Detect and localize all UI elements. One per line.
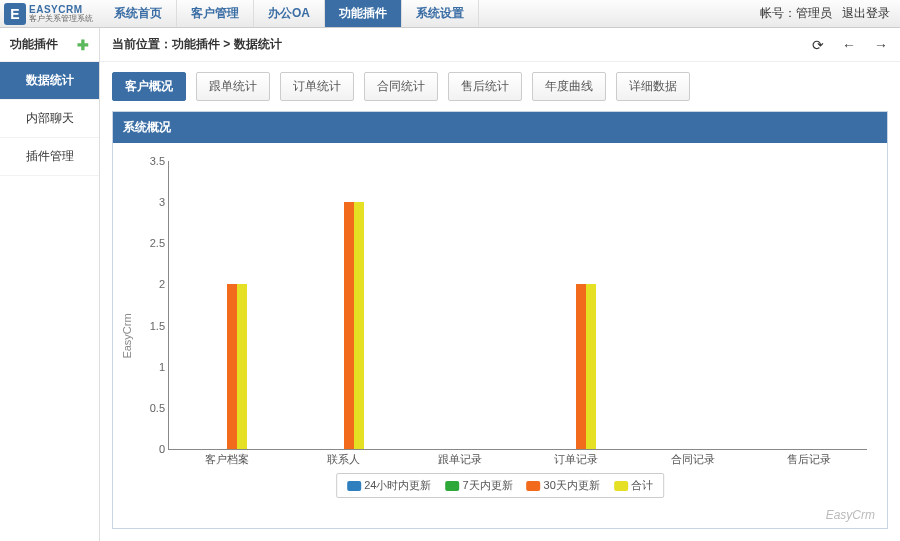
topnav-item[interactable]: 系统首页 (100, 0, 177, 27)
tab[interactable]: 客户概况 (112, 72, 186, 101)
x-category: 订单记录 (554, 452, 598, 467)
account-label: 帐号：管理员 (760, 5, 832, 22)
chart: EasyCrm 00.511.522.533.5客户档案联系人跟单记录订单记录合… (113, 143, 887, 528)
bar (227, 284, 237, 449)
breadcrumb: 当前位置：功能插件 > 数据统计 (112, 36, 282, 53)
topnav-item[interactable]: 系统设置 (402, 0, 479, 27)
bar (237, 284, 247, 449)
tab[interactable]: 详细数据 (616, 72, 690, 101)
sidebar: 功能插件 ✚ 数据统计内部聊天插件管理 (0, 28, 100, 541)
brand-sub: 客户关系管理系统 (29, 15, 93, 23)
y-tick: 2.5 (139, 237, 165, 249)
x-category: 跟单记录 (438, 452, 482, 467)
x-category: 客户档案 (205, 452, 249, 467)
tab[interactable]: 订单统计 (280, 72, 354, 101)
bar (354, 202, 364, 449)
legend-swatch (445, 481, 459, 491)
tab[interactable]: 年度曲线 (532, 72, 606, 101)
chart-credit: EasyCrm (826, 508, 875, 522)
legend-item: 24小时内更新 (347, 478, 431, 493)
x-category: 联系人 (327, 452, 360, 467)
bar-group (673, 161, 713, 449)
logout-link[interactable]: 退出登录 (842, 5, 890, 22)
sidebar-list: 数据统计内部聊天插件管理 (0, 62, 99, 176)
bar-group (440, 161, 480, 449)
tab[interactable]: 跟单统计 (196, 72, 270, 101)
y-tick: 3 (139, 196, 165, 208)
bar-group (556, 161, 596, 449)
legend-item: 7天内更新 (445, 478, 512, 493)
panel: 系统概况 EasyCrm 00.511.522.533.5客户档案联系人跟单记录… (112, 111, 888, 529)
bar-group (324, 161, 364, 449)
legend: 24小时内更新7天内更新30天内更新合计 (336, 473, 664, 498)
forward-icon[interactable]: → (874, 37, 888, 53)
x-category: 合同记录 (671, 452, 715, 467)
puzzle-icon: ✚ (77, 37, 89, 53)
brand-name: EASYCRM (29, 5, 93, 15)
x-category: 售后记录 (787, 452, 831, 467)
tab[interactable]: 售后统计 (448, 72, 522, 101)
y-axis-label: EasyCrm (121, 313, 133, 358)
sidebar-item[interactable]: 内部聊天 (0, 100, 99, 138)
legend-swatch (614, 481, 628, 491)
bar-group (207, 161, 247, 449)
sidebar-item[interactable]: 数据统计 (0, 62, 99, 100)
legend-item: 30天内更新 (527, 478, 600, 493)
y-tick: 0.5 (139, 402, 165, 414)
legend-swatch (527, 481, 541, 491)
brand: E EASYCRM 客户关系管理系统 (0, 3, 100, 25)
brand-mark: E (4, 3, 26, 25)
y-tick: 0 (139, 443, 165, 455)
bar (586, 284, 596, 449)
refresh-icon[interactable]: ⟳ (812, 37, 824, 53)
tab[interactable]: 合同统计 (364, 72, 438, 101)
tabs: 客户概况跟单统计订单统计合同统计售后统计年度曲线详细数据 (100, 62, 900, 111)
top-nav: 系统首页客户管理办公OA功能插件系统设置 (100, 0, 479, 27)
y-tick: 1.5 (139, 320, 165, 332)
main: 当前位置：功能插件 > 数据统计 ⟳ ← → 客户概况跟单统计订单统计合同统计售… (100, 28, 900, 541)
y-tick: 3.5 (139, 155, 165, 167)
topnav-item[interactable]: 功能插件 (325, 0, 402, 27)
topnav-item[interactable]: 客户管理 (177, 0, 254, 27)
bar (576, 284, 586, 449)
breadcrumb-bar: 当前位置：功能插件 > 数据统计 ⟳ ← → (100, 28, 900, 62)
y-tick: 2 (139, 278, 165, 290)
sidebar-title: 功能插件 ✚ (0, 28, 99, 62)
topnav-item[interactable]: 办公OA (254, 0, 325, 27)
legend-item: 合计 (614, 478, 653, 493)
top-right: 帐号：管理员 退出登录 (760, 5, 900, 22)
plot-area: 00.511.522.533.5客户档案联系人跟单记录订单记录合同记录售后记录 (168, 161, 867, 450)
y-tick: 1 (139, 361, 165, 373)
bar (344, 202, 354, 449)
sidebar-item[interactable]: 插件管理 (0, 138, 99, 176)
panel-title: 系统概况 (113, 112, 887, 143)
topbar: E EASYCRM 客户关系管理系统 系统首页客户管理办公OA功能插件系统设置 … (0, 0, 900, 28)
legend-swatch (347, 481, 361, 491)
bar-group (789, 161, 829, 449)
back-icon[interactable]: ← (842, 37, 856, 53)
